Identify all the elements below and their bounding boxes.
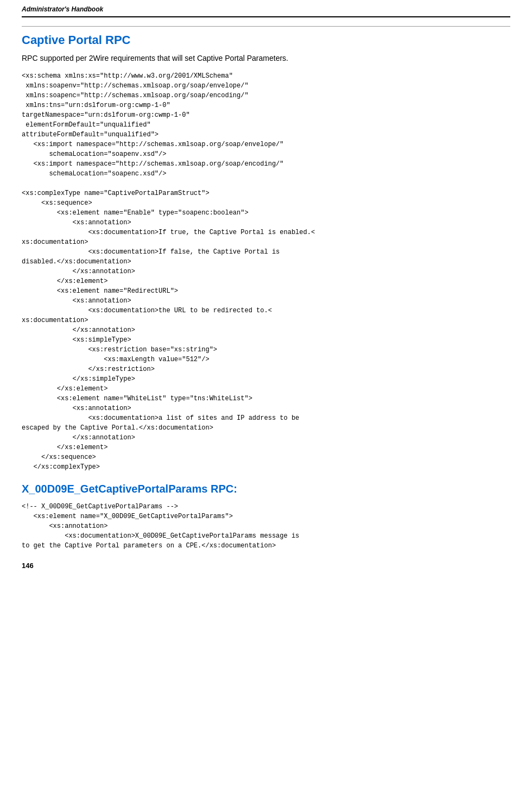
page-container: Administrator's Handbook Captive Portal … <box>0 0 532 591</box>
page-number: 146 <box>22 562 510 570</box>
header-title: Administrator's Handbook <box>22 5 103 13</box>
section1-code: <xs:schema xmlns:xs="http://www.w3.org/2… <box>22 71 510 472</box>
section1-title: Captive Portal RPC <box>22 33 510 47</box>
section-captive-portal-rpc: Captive Portal RPC RPC supported per 2Wi… <box>22 33 510 472</box>
section2-code: <!-- X_00D09E_GetCaptivePortalParams -->… <box>22 502 510 551</box>
section-get-captive-portal-params: X_00D09E_GetCaptivePortalParams RPC: <!-… <box>22 483 510 551</box>
divider <box>22 26 510 27</box>
section2-title: X_00D09E_GetCaptivePortalParams RPC: <box>22 483 510 495</box>
section1-intro: RPC supported per 2Wire requirements tha… <box>22 54 510 62</box>
page-header: Administrator's Handbook <box>22 0 510 17</box>
